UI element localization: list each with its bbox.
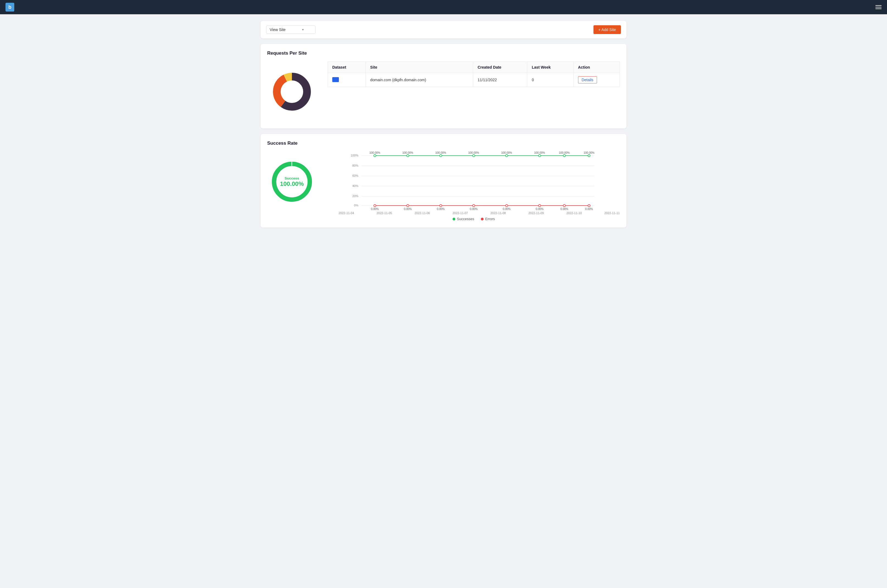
hamburger-menu[interactable] bbox=[875, 5, 881, 9]
site-cell: domain.com (dkpfn.domain.com) bbox=[366, 73, 473, 87]
svg-text:100.00%: 100.00% bbox=[584, 152, 594, 154]
created-date-cell: 11/11/2022 bbox=[473, 73, 527, 87]
legend-success: Successes bbox=[453, 217, 474, 221]
requests-table: Dataset Site Created Date Last Week Acti… bbox=[328, 62, 620, 87]
toolbar-card: View Site ▾ + Add Site bbox=[261, 21, 626, 38]
dataset-color-swatch bbox=[332, 77, 339, 82]
col-created-date: Created Date bbox=[473, 62, 527, 73]
svg-text:0.00%: 0.00% bbox=[536, 207, 543, 210]
action-cell: Details bbox=[573, 73, 620, 87]
svg-point-23 bbox=[539, 154, 541, 157]
success-line-chart: 100% 80% 60% 40% 20% 0% bbox=[328, 152, 620, 212]
x-label-2: 2022-11-06 bbox=[414, 212, 430, 214]
success-percentage: 100.00% bbox=[280, 180, 304, 188]
success-text: Success bbox=[280, 176, 304, 180]
header: b bbox=[0, 0, 887, 14]
svg-point-19 bbox=[407, 154, 409, 157]
success-chart-area: 100% 80% 60% 40% 20% 0% bbox=[328, 152, 620, 221]
svg-text:20%: 20% bbox=[352, 194, 359, 198]
svg-text:100.00%: 100.00% bbox=[435, 152, 446, 154]
svg-point-41 bbox=[588, 204, 590, 207]
x-label-7: 2022-11-11 bbox=[605, 212, 620, 214]
svg-point-34 bbox=[374, 204, 376, 207]
error-legend-label: Errors bbox=[485, 217, 495, 221]
svg-text:100.00%: 100.00% bbox=[468, 152, 479, 154]
success-content: Success 100.00% 100% 80% 60% 40% 20% 0% bbox=[267, 152, 620, 221]
dataset-cell bbox=[328, 73, 366, 87]
requests-section-title: Requests Per Site bbox=[267, 51, 620, 56]
svg-text:0.00%: 0.00% bbox=[437, 207, 444, 210]
requests-donut-svg bbox=[270, 70, 314, 114]
svg-text:100.00%: 100.00% bbox=[402, 152, 413, 154]
svg-text:40%: 40% bbox=[352, 184, 359, 188]
x-label-4: 2022-11-08 bbox=[491, 212, 506, 214]
svg-text:100.00%: 100.00% bbox=[534, 152, 545, 154]
svg-text:60%: 60% bbox=[352, 174, 359, 177]
col-last-week: Last Week bbox=[527, 62, 573, 73]
svg-text:0.00%: 0.00% bbox=[585, 207, 593, 210]
svg-text:100%: 100% bbox=[351, 154, 359, 157]
svg-text:100.00%: 100.00% bbox=[501, 152, 512, 154]
svg-point-40 bbox=[563, 204, 566, 207]
svg-text:0.00%: 0.00% bbox=[404, 207, 412, 210]
svg-point-36 bbox=[440, 204, 442, 207]
col-dataset: Dataset bbox=[328, 62, 366, 73]
svg-text:0.00%: 0.00% bbox=[503, 207, 510, 210]
svg-text:0.00%: 0.00% bbox=[470, 207, 477, 210]
svg-text:80%: 80% bbox=[352, 164, 359, 167]
requests-content: Dataset Site Created Date Last Week Acti… bbox=[267, 62, 620, 122]
x-label-1: 2022-11-05 bbox=[377, 212, 392, 214]
svg-point-25 bbox=[588, 154, 590, 157]
svg-point-39 bbox=[539, 204, 541, 207]
svg-point-20 bbox=[440, 154, 442, 157]
success-legend-label: Successes bbox=[457, 217, 474, 221]
success-legend-dot bbox=[453, 218, 455, 220]
success-rate-card: Success Rate Success 100.00% bbox=[261, 134, 626, 228]
svg-text:0.00%: 0.00% bbox=[371, 207, 379, 210]
col-action: Action bbox=[573, 62, 620, 73]
table-row: domain.com (dkpfn.domain.com) 11/11/2022… bbox=[328, 73, 620, 87]
chevron-down-icon: ▾ bbox=[302, 28, 304, 32]
svg-text:0%: 0% bbox=[354, 204, 359, 207]
requests-donut-chart bbox=[267, 62, 317, 122]
success-donut-chart: Success 100.00% bbox=[267, 152, 317, 212]
svg-text:100.00%: 100.00% bbox=[559, 152, 570, 154]
details-button[interactable]: Details bbox=[578, 76, 597, 84]
svg-text:100.00%: 100.00% bbox=[369, 152, 380, 154]
x-label-3: 2022-11-07 bbox=[453, 212, 468, 214]
success-section-title: Success Rate bbox=[267, 141, 620, 146]
error-legend-dot bbox=[481, 218, 483, 220]
view-site-label: View Site bbox=[270, 27, 285, 32]
svg-text:0.00%: 0.00% bbox=[560, 207, 568, 210]
chart-legend: Successes Errors bbox=[328, 217, 620, 221]
last-week-cell: 0 bbox=[527, 73, 573, 87]
svg-point-38 bbox=[506, 204, 508, 207]
legend-error: Errors bbox=[481, 217, 495, 221]
x-label-6: 2022-11-10 bbox=[566, 212, 582, 214]
main-content: View Site ▾ + Add Site Requests Per Site bbox=[254, 14, 633, 240]
app-logo: b bbox=[6, 3, 14, 12]
x-label-0: 2022-11-04 bbox=[339, 212, 354, 214]
requests-per-site-card: Requests Per Site Dataset Site bbox=[261, 44, 626, 129]
x-label-5: 2022-11-09 bbox=[528, 212, 544, 214]
svg-point-35 bbox=[407, 204, 409, 207]
svg-point-22 bbox=[506, 154, 508, 157]
svg-point-37 bbox=[473, 204, 475, 207]
svg-point-21 bbox=[473, 154, 475, 157]
success-label: Success 100.00% bbox=[280, 176, 304, 188]
svg-point-18 bbox=[374, 154, 376, 157]
svg-point-24 bbox=[563, 154, 566, 157]
add-site-button[interactable]: + Add Site bbox=[593, 25, 621, 34]
col-site: Site bbox=[366, 62, 473, 73]
view-site-select[interactable]: View Site ▾ bbox=[266, 26, 315, 34]
